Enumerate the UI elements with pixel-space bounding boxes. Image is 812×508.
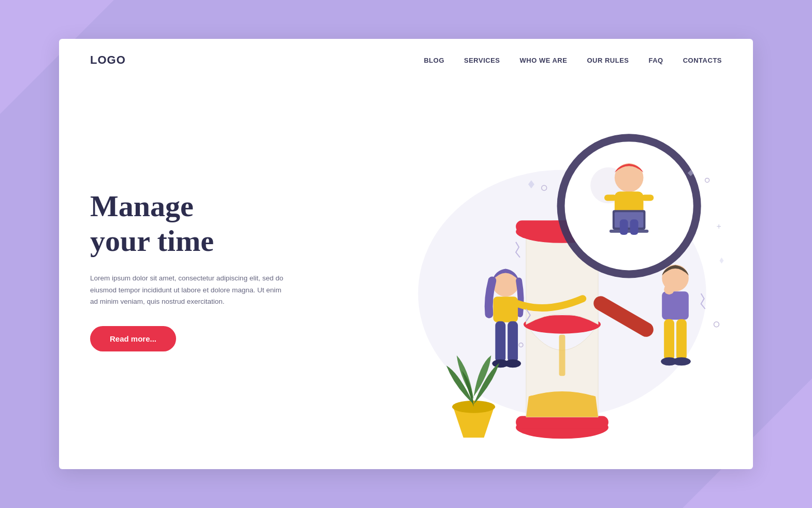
svg-rect-19 [630,219,639,235]
logo: LOGO [90,53,126,67]
svg-rect-16 [615,212,644,228]
svg-rect-27 [662,291,689,320]
svg-marker-36 [719,258,723,264]
svg-rect-23 [508,321,518,362]
main-content: Manage your time Lorem ipsum dolor sit a… [59,77,753,463]
svg-rect-14 [641,194,654,201]
hero-description: Lorem ipsum dolor sit amet, consectetur … [90,273,287,307]
svg-point-38 [705,178,709,182]
svg-point-40 [714,322,719,327]
nav-contacts[interactable]: CONTACTS [683,57,722,64]
navbar: LOGO BLOG SERVICES WHO WE ARE OUR RULES … [59,39,753,77]
svg-rect-22 [495,321,505,362]
svg-rect-18 [620,219,628,235]
svg-point-28 [664,284,674,294]
svg-rect-2 [516,416,608,429]
hero-illustration: + [371,77,753,463]
nav-faq[interactable]: FAQ [649,57,663,64]
nav-links: BLOG SERVICES WHO WE ARE OUR RULES FAQ C… [424,57,722,64]
svg-rect-30 [676,319,687,360]
read-more-button[interactable]: Read more... [90,326,176,351]
nav-services[interactable]: SERVICES [464,57,500,64]
nav-blog[interactable]: BLOG [424,57,444,64]
svg-rect-13 [604,194,617,201]
hero-text-section: Manage your time Lorem ipsum dolor sit a… [59,77,371,463]
svg-rect-3 [559,335,566,376]
hero-title: Manage your time [90,189,371,258]
main-card: LOGO BLOG SERVICES WHO WE ARE OUR RULES … [59,39,753,469]
svg-rect-21 [493,297,518,322]
svg-rect-17 [610,230,648,233]
nav-who-we-are[interactable]: WHO WE ARE [520,57,568,64]
svg-point-25 [504,359,521,368]
illustration-svg: + [371,77,753,463]
nav-our-rules[interactable]: OUR RULES [587,57,629,64]
svg-text:+: + [717,222,721,231]
svg-rect-29 [664,319,674,360]
svg-point-32 [672,357,691,365]
